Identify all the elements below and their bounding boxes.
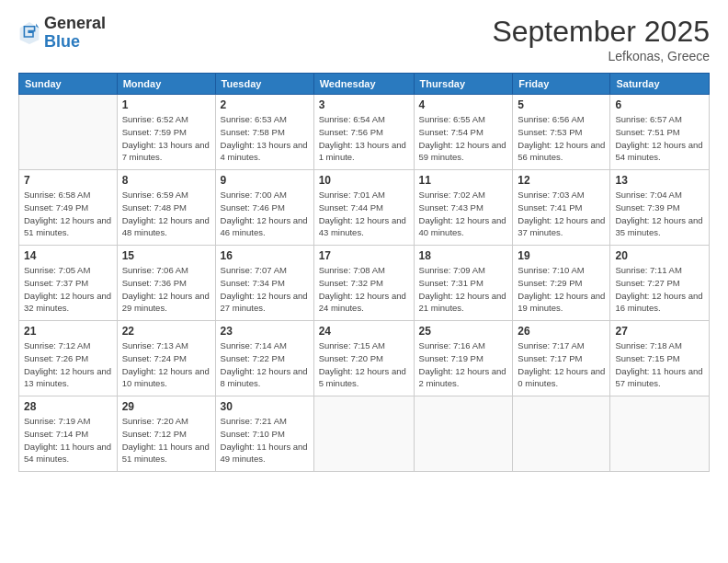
calendar-cell bbox=[313, 396, 414, 472]
col-saturday: Saturday bbox=[610, 74, 710, 95]
calendar-cell: 6 Sunrise: 6:57 AMSunset: 7:51 PMDayligh… bbox=[610, 95, 710, 170]
day-info: Sunrise: 7:03 AMSunset: 7:41 PMDaylight:… bbox=[518, 189, 605, 239]
calendar-cell: 21 Sunrise: 7:12 AMSunset: 7:26 PMDaylig… bbox=[19, 321, 118, 396]
day-number: 21 bbox=[24, 325, 112, 338]
day-info: Sunrise: 7:11 AMSunset: 7:27 PMDaylight:… bbox=[615, 264, 704, 315]
col-tuesday: Tuesday bbox=[215, 74, 313, 95]
calendar-cell: 27 Sunrise: 7:18 AMSunset: 7:15 PMDaylig… bbox=[610, 321, 710, 396]
day-info: Sunrise: 7:00 AMSunset: 7:46 PMDaylight:… bbox=[221, 189, 309, 239]
calendar-cell: 19 Sunrise: 7:10 AMSunset: 7:29 PMDaylig… bbox=[513, 246, 610, 321]
month-title: September 2025 bbox=[492, 15, 710, 49]
location: Lefkonas, Greece bbox=[492, 49, 710, 63]
day-number: 17 bbox=[319, 249, 409, 262]
calendar-cell: 22 Sunrise: 7:13 AMSunset: 7:24 PMDaylig… bbox=[117, 321, 215, 396]
col-sunday: Sunday bbox=[19, 74, 118, 95]
day-info: Sunrise: 6:58 AMSunset: 7:49 PMDaylight:… bbox=[24, 189, 112, 239]
calendar-cell: 14 Sunrise: 7:05 AMSunset: 7:37 PMDaylig… bbox=[19, 246, 118, 321]
logo-text: General Blue bbox=[44, 15, 106, 52]
day-number: 8 bbox=[122, 174, 210, 187]
day-number: 26 bbox=[518, 325, 605, 338]
title-block: September 2025 Lefkonas, Greece bbox=[492, 15, 710, 63]
day-info: Sunrise: 6:54 AMSunset: 7:56 PMDaylight:… bbox=[319, 113, 409, 164]
day-info: Sunrise: 6:57 AMSunset: 7:51 PMDaylight:… bbox=[615, 113, 704, 164]
day-number: 9 bbox=[221, 174, 309, 187]
day-number: 15 bbox=[122, 249, 210, 262]
day-info: Sunrise: 7:05 AMSunset: 7:37 PMDaylight:… bbox=[24, 264, 112, 315]
day-info: Sunrise: 7:14 AMSunset: 7:22 PMDaylight:… bbox=[221, 339, 309, 390]
calendar-cell: 26 Sunrise: 7:17 AMSunset: 7:17 PMDaylig… bbox=[513, 321, 610, 396]
calendar-cell: 20 Sunrise: 7:11 AMSunset: 7:27 PMDaylig… bbox=[610, 246, 710, 321]
day-number: 12 bbox=[518, 174, 605, 187]
day-number: 25 bbox=[419, 325, 508, 338]
day-number: 5 bbox=[518, 98, 605, 111]
calendar-cell bbox=[513, 396, 610, 472]
calendar-cell: 30 Sunrise: 7:21 AMSunset: 7:10 PMDaylig… bbox=[215, 396, 313, 472]
calendar-cell: 3 Sunrise: 6:54 AMSunset: 7:56 PMDayligh… bbox=[313, 95, 414, 170]
page: General Blue September 2025 Lefkonas, Gr… bbox=[0, 0, 728, 563]
calendar-week-row: 28 Sunrise: 7:19 AMSunset: 7:14 PMDaylig… bbox=[19, 396, 710, 472]
day-number: 27 bbox=[615, 325, 704, 338]
calendar-cell: 24 Sunrise: 7:15 AMSunset: 7:20 PMDaylig… bbox=[313, 321, 414, 396]
day-info: Sunrise: 6:53 AMSunset: 7:58 PMDaylight:… bbox=[221, 113, 309, 164]
day-info: Sunrise: 7:20 AMSunset: 7:12 PMDaylight:… bbox=[122, 415, 210, 465]
day-info: Sunrise: 7:01 AMSunset: 7:44 PMDaylight:… bbox=[319, 189, 409, 239]
day-number: 18 bbox=[419, 249, 508, 262]
day-info: Sunrise: 7:02 AMSunset: 7:43 PMDaylight:… bbox=[419, 189, 508, 239]
day-info: Sunrise: 6:52 AMSunset: 7:59 PMDaylight:… bbox=[122, 113, 210, 164]
calendar-cell: 16 Sunrise: 7:07 AMSunset: 7:34 PMDaylig… bbox=[215, 246, 313, 321]
day-info: Sunrise: 7:19 AMSunset: 7:14 PMDaylight:… bbox=[24, 415, 112, 465]
day-number: 20 bbox=[615, 249, 704, 262]
day-number: 6 bbox=[615, 98, 704, 111]
day-info: Sunrise: 7:08 AMSunset: 7:32 PMDaylight:… bbox=[319, 264, 409, 315]
day-info: Sunrise: 7:12 AMSunset: 7:26 PMDaylight:… bbox=[24, 339, 112, 390]
day-number: 14 bbox=[24, 249, 112, 262]
day-number: 16 bbox=[221, 249, 309, 262]
calendar-cell bbox=[414, 396, 513, 472]
day-number: 11 bbox=[419, 174, 508, 187]
calendar-cell: 25 Sunrise: 7:16 AMSunset: 7:19 PMDaylig… bbox=[414, 321, 513, 396]
calendar-week-row: 21 Sunrise: 7:12 AMSunset: 7:26 PMDaylig… bbox=[19, 321, 710, 396]
col-monday: Monday bbox=[117, 74, 215, 95]
day-number: 13 bbox=[615, 174, 704, 187]
calendar-cell: 8 Sunrise: 6:59 AMSunset: 7:48 PMDayligh… bbox=[117, 170, 215, 246]
calendar-week-row: 1 Sunrise: 6:52 AMSunset: 7:59 PMDayligh… bbox=[19, 95, 710, 170]
day-number: 22 bbox=[122, 325, 210, 338]
day-number: 23 bbox=[221, 325, 309, 338]
logo: General Blue bbox=[18, 15, 106, 52]
calendar-table: Sunday Monday Tuesday Wednesday Thursday… bbox=[18, 73, 710, 472]
calendar-week-row: 7 Sunrise: 6:58 AMSunset: 7:49 PMDayligh… bbox=[19, 170, 710, 246]
calendar-cell: 28 Sunrise: 7:19 AMSunset: 7:14 PMDaylig… bbox=[19, 396, 118, 472]
col-thursday: Thursday bbox=[414, 74, 513, 95]
day-info: Sunrise: 7:15 AMSunset: 7:20 PMDaylight:… bbox=[319, 339, 409, 390]
day-number: 2 bbox=[221, 98, 309, 111]
calendar-cell: 7 Sunrise: 6:58 AMSunset: 7:49 PMDayligh… bbox=[19, 170, 118, 246]
day-number: 4 bbox=[419, 98, 508, 111]
day-number: 24 bbox=[319, 325, 409, 338]
calendar-cell: 9 Sunrise: 7:00 AMSunset: 7:46 PMDayligh… bbox=[215, 170, 313, 246]
day-info: Sunrise: 7:17 AMSunset: 7:17 PMDaylight:… bbox=[518, 339, 605, 390]
day-info: Sunrise: 6:56 AMSunset: 7:53 PMDaylight:… bbox=[518, 113, 605, 164]
calendar-cell: 2 Sunrise: 6:53 AMSunset: 7:58 PMDayligh… bbox=[215, 95, 313, 170]
header: General Blue September 2025 Lefkonas, Gr… bbox=[18, 15, 710, 63]
calendar-cell: 4 Sunrise: 6:55 AMSunset: 7:54 PMDayligh… bbox=[414, 95, 513, 170]
day-number: 28 bbox=[24, 400, 112, 413]
day-info: Sunrise: 7:16 AMSunset: 7:19 PMDaylight:… bbox=[419, 339, 508, 390]
day-info: Sunrise: 6:55 AMSunset: 7:54 PMDaylight:… bbox=[419, 113, 508, 164]
day-info: Sunrise: 7:07 AMSunset: 7:34 PMDaylight:… bbox=[221, 264, 309, 315]
calendar-cell: 18 Sunrise: 7:09 AMSunset: 7:31 PMDaylig… bbox=[414, 246, 513, 321]
calendar-cell: 11 Sunrise: 7:02 AMSunset: 7:43 PMDaylig… bbox=[414, 170, 513, 246]
day-number: 10 bbox=[319, 174, 409, 187]
day-info: Sunrise: 6:59 AMSunset: 7:48 PMDaylight:… bbox=[122, 189, 210, 239]
calendar-header-row: Sunday Monday Tuesday Wednesday Thursday… bbox=[19, 74, 710, 95]
calendar-cell: 10 Sunrise: 7:01 AMSunset: 7:44 PMDaylig… bbox=[313, 170, 414, 246]
day-number: 1 bbox=[122, 98, 210, 111]
calendar-cell: 12 Sunrise: 7:03 AMSunset: 7:41 PMDaylig… bbox=[513, 170, 610, 246]
day-info: Sunrise: 7:13 AMSunset: 7:24 PMDaylight:… bbox=[122, 339, 210, 390]
calendar-cell: 13 Sunrise: 7:04 AMSunset: 7:39 PMDaylig… bbox=[610, 170, 710, 246]
day-number: 19 bbox=[518, 249, 605, 262]
calendar-cell: 29 Sunrise: 7:20 AMSunset: 7:12 PMDaylig… bbox=[117, 396, 215, 472]
day-number: 30 bbox=[221, 400, 309, 413]
day-info: Sunrise: 7:10 AMSunset: 7:29 PMDaylight:… bbox=[518, 264, 605, 315]
calendar-cell: 5 Sunrise: 6:56 AMSunset: 7:53 PMDayligh… bbox=[513, 95, 610, 170]
calendar-cell: 1 Sunrise: 6:52 AMSunset: 7:59 PMDayligh… bbox=[117, 95, 215, 170]
